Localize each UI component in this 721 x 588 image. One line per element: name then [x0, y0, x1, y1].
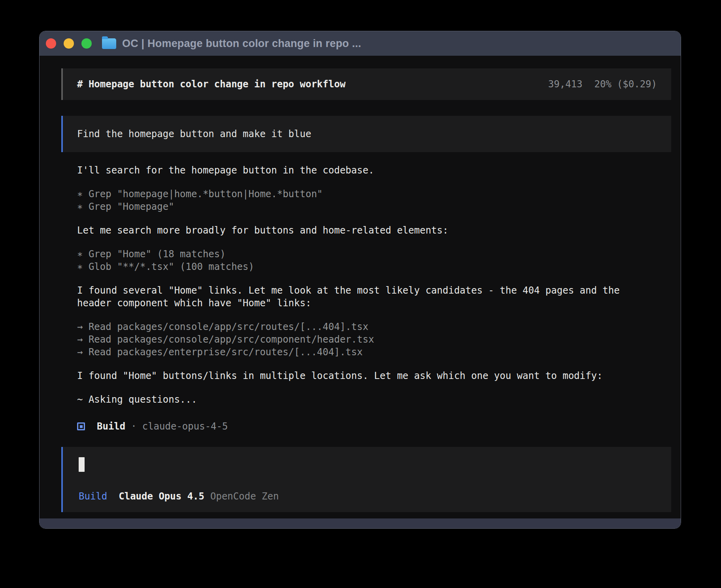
tool-call-read: → Read packages/console/app/src/componen…: [77, 333, 650, 346]
folder-icon: [102, 38, 116, 49]
terminal-content: # Homepage button color change in repo w…: [40, 56, 681, 518]
user-message-text: Find the homepage button and make it blu…: [77, 128, 311, 139]
assistant-text: I'll search for the homepage button in t…: [77, 164, 650, 177]
text-cursor: [79, 457, 85, 472]
maximize-button[interactable]: [81, 38, 92, 49]
tool-call-grep: ∗ Grep "homepage|home.*button|Home.*butt…: [77, 188, 650, 200]
token-count: 39,413: [548, 79, 583, 90]
agent-icon: [77, 422, 85, 430]
model-label: Claude Opus 4.5: [119, 491, 204, 502]
session-stats: 39,41320%($0.29): [548, 78, 657, 90]
tool-call-group: → Read packages/console/app/src/routes/[…: [77, 320, 650, 358]
input-footer: BuildClaude Opus 4.5OpenCode Zen: [79, 490, 657, 503]
assistant-text: Let me search more broadly for buttons a…: [77, 224, 650, 237]
tool-call-read: → Read packages/enterprise/src/routes/[.…: [77, 346, 650, 358]
agent-separator: ·: [131, 420, 136, 433]
provider-label: OpenCode Zen: [210, 491, 279, 502]
assistant-text: I found "Home" buttons/links in multiple…: [77, 369, 650, 382]
assistant-working-status: ~ Asking questions...: [77, 393, 650, 406]
assistant-text: I found several "Home" links. Let me loo…: [77, 284, 650, 309]
user-message: Find the homepage button and make it blu…: [61, 116, 671, 152]
window-bottom-chrome: [40, 518, 681, 528]
mode-label: Build: [79, 491, 107, 502]
session-cost: ($0.29): [617, 79, 657, 90]
agent-name: Build: [97, 420, 125, 433]
window-controls: [46, 38, 92, 49]
tool-call-read: → Read packages/console/app/src/routes/[…: [77, 320, 650, 333]
tool-call-glob: ∗ Glob "**/*.tsx" (100 matches): [77, 260, 650, 273]
tool-call-group: ∗ Grep "homepage|home.*button|Home.*butt…: [77, 188, 650, 213]
agent-model: claude-opus-4-5: [142, 420, 228, 433]
close-button[interactable]: [46, 38, 56, 49]
context-percent: 20%: [594, 79, 611, 90]
session-title: # Homepage button color change in repo w…: [77, 78, 345, 90]
tool-call-group: ∗ Grep "Home" (18 matches) ∗ Glob "**/*.…: [77, 248, 650, 273]
agent-status-line: Build · claude-opus-4-5: [77, 420, 671, 433]
terminal-window: OC | Homepage button color change in rep…: [39, 31, 681, 529]
minimize-button[interactable]: [64, 38, 74, 49]
tool-call-grep: ∗ Grep "Home" (18 matches): [77, 248, 650, 260]
window-title: OC | Homepage button color change in rep…: [122, 38, 361, 50]
session-header: # Homepage button color change in repo w…: [61, 68, 671, 100]
titlebar: OC | Homepage button color change in rep…: [40, 31, 681, 56]
tool-call-grep: ∗ Grep "Homepage": [77, 200, 650, 213]
prompt-input[interactable]: BuildClaude Opus 4.5OpenCode Zen: [61, 447, 671, 512]
